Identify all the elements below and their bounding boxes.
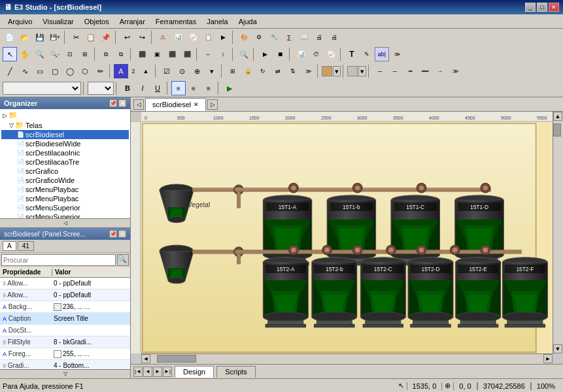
tree-item-scr8[interactable]: 📄 scrMenuPlaybac <box>1 194 129 203</box>
grid-btn[interactable]: ⊞ <box>226 64 240 78</box>
fill-dropdown[interactable]: ▾ <box>358 66 366 76</box>
backg-edit-btn[interactable]: … <box>84 304 90 310</box>
tree-root[interactable]: ▷ 📁 <box>1 110 129 120</box>
color-swatch-1[interactable] <box>322 66 332 76</box>
tb-icon7[interactable]: ⚙ <box>252 30 266 44</box>
menu-ajuda[interactable]: Ajuda <box>233 16 262 27</box>
menu-objetos[interactable]: Objetos <box>79 16 114 27</box>
foreg-edit-btn[interactable]: … <box>84 351 90 357</box>
tb-icon1[interactable]: ⚠ <box>156 30 170 44</box>
canvas-tab-active[interactable]: scrBiodiesel ✕ <box>145 98 206 111</box>
minimize-button[interactable]: _ <box>525 3 536 12</box>
rect-btn[interactable]: ▭ <box>33 64 47 78</box>
align-text-right[interactable]: ≡ <box>201 81 216 95</box>
save-all-button[interactable]: 💾+ <box>48 30 62 44</box>
hand-tool[interactable]: ✋ <box>18 47 32 61</box>
bottom-nav-prev[interactable]: ◄ <box>143 367 152 377</box>
line-width-2[interactable]: ━━ <box>418 64 432 78</box>
tb-icon8[interactable]: 🔧 <box>267 30 281 44</box>
tree-item-scr7[interactable]: 📄 scrMenuPlaybac <box>1 185 129 194</box>
hscroll[interactable]: ◄ ► <box>141 353 553 364</box>
bottom-nav-last[interactable]: ►| <box>163 367 172 377</box>
menu-janela[interactable]: Janela <box>201 16 233 27</box>
tab-close-icon[interactable]: ✕ <box>194 101 199 108</box>
align-center-btn[interactable]: ▣ <box>150 47 164 61</box>
tree-item-scr4[interactable]: 📄 scrDestilacaoTre <box>1 157 129 167</box>
tab-nav-left[interactable]: ◁ <box>133 99 144 110</box>
run-btn[interactable]: ▶ <box>258 47 272 61</box>
line-btn[interactable]: ╱ <box>3 64 17 78</box>
more3-btn[interactable]: ≫ <box>448 64 462 78</box>
organizer-scroll[interactable]: ◁ <box>0 218 130 227</box>
font-family-select[interactable] <box>3 82 81 95</box>
line-width-1[interactable]: ━ <box>403 64 417 78</box>
polygon-btn[interactable]: ⬡ <box>78 64 92 78</box>
radio-btn[interactable]: ⊙ <box>175 64 189 78</box>
tb-icon6[interactable]: 🎨 <box>237 30 251 44</box>
dist-v-btn[interactable]: ↕ <box>216 47 230 61</box>
zoom-tool[interactable]: 🔍 <box>33 47 47 61</box>
tree-item-scr9[interactable]: 📄 scrMenuSuperior <box>1 203 129 212</box>
props-scroll-down[interactable]: ▽ <box>0 369 130 378</box>
pencil-btn[interactable]: ✏ <box>93 64 107 78</box>
prop-value-allow2[interactable]: 0 - ppDefault <box>52 291 130 299</box>
align-text-left[interactable]: ≡ <box>171 81 186 95</box>
line-arrow[interactable]: → <box>433 64 447 78</box>
prop-value-fillstyle[interactable]: 8 - bkGradi... <box>52 338 130 346</box>
align-left-btn[interactable]: ⬛ <box>135 47 149 61</box>
props-search-input[interactable] <box>1 254 116 266</box>
menu-ferramentas[interactable]: Ferramentas <box>150 16 201 27</box>
new-button[interactable]: 📄 <box>3 30 17 44</box>
zoom-reset-tool[interactable]: ⊞ <box>78 47 92 61</box>
tree-item-scr6[interactable]: 📄 scrGraficoWide <box>1 176 129 185</box>
check-btn[interactable]: ☑ <box>160 64 174 78</box>
lock-btn[interactable]: 🔒 <box>241 64 255 78</box>
more2-btn[interactable]: ≫ <box>301 64 315 78</box>
fill-swatch[interactable] <box>347 66 358 76</box>
ab-btn[interactable]: ab| <box>375 47 389 61</box>
font-size-select[interactable] <box>88 82 114 95</box>
tb-icon12[interactable]: 🖨 <box>327 30 341 44</box>
tab-scripts[interactable]: Scripts <box>216 366 256 378</box>
bottom-nav-next[interactable]: ► <box>153 367 162 377</box>
zoom-fit-tool[interactable]: ⊡ <box>63 47 77 61</box>
menu-arranjar[interactable]: Arranjar <box>114 16 150 27</box>
save-button[interactable]: 💾 <box>33 30 47 44</box>
dist-h-btn[interactable]: ↔ <box>201 47 215 61</box>
vscroll-up[interactable]: ▲ <box>553 112 562 121</box>
tree-item-scr10[interactable]: 📄 scrMenuSuperior <box>1 212 129 218</box>
curve-btn[interactable]: ∿ <box>18 64 32 78</box>
flip-btn[interactable]: ⇄ <box>271 64 285 78</box>
combo-btn[interactable]: ▾ <box>205 64 219 78</box>
rotate-btn[interactable]: ↻ <box>256 64 270 78</box>
text-play-btn[interactable]: ▶ <box>222 81 237 95</box>
tb-icon10[interactable]: 📖 <box>297 30 311 44</box>
roundrect-btn[interactable]: ▢ <box>48 64 62 78</box>
tab-design[interactable]: Design <box>175 366 214 378</box>
maximize-button[interactable]: □ <box>537 3 547 12</box>
italic-btn[interactable]: I <box>135 81 150 95</box>
align-top-btn[interactable]: ⬛ <box>180 47 194 61</box>
chart-btn[interactable]: 📊 <box>294 47 308 61</box>
props-pin-btn[interactable]: 📌 <box>109 230 117 238</box>
tab-nav-right[interactable]: ▷ <box>207 99 218 110</box>
menu-arquivo[interactable]: Arquivo <box>3 16 37 27</box>
spin-btn[interactable]: ⊕ <box>190 64 204 78</box>
tree-item-scr2[interactable]: 📄 scrBiodieselWide <box>1 139 129 148</box>
paste-button[interactable]: 📌 <box>99 30 113 44</box>
line-style-2[interactable]: ─ <box>388 64 402 78</box>
tb-icon4[interactable]: 📋 <box>201 30 215 44</box>
color-dropdown[interactable]: ▾ <box>333 66 341 76</box>
prop-value-allow1[interactable]: 0 - ppDefault <box>52 280 130 287</box>
bold-btn[interactable]: B <box>120 81 135 95</box>
cut-button[interactable]: ✂ <box>69 30 83 44</box>
prop-value-foreg[interactable]: 255, ... … <box>52 350 130 358</box>
copy-fmt-btn[interactable]: ⧉ <box>99 47 113 61</box>
fill-color-label[interactable]: 2 <box>129 64 138 78</box>
vscroll[interactable]: ▲ ▼ <box>553 112 563 353</box>
edit-btn[interactable]: ✎ <box>360 47 374 61</box>
props-tab-a[interactable]: A <box>3 241 16 251</box>
trend-btn[interactable]: 📈 <box>324 47 338 61</box>
menu-visualizar[interactable]: Visualizar <box>37 16 79 27</box>
tree-item-scr1[interactable]: 📄 scrBiodiesel <box>1 130 129 139</box>
